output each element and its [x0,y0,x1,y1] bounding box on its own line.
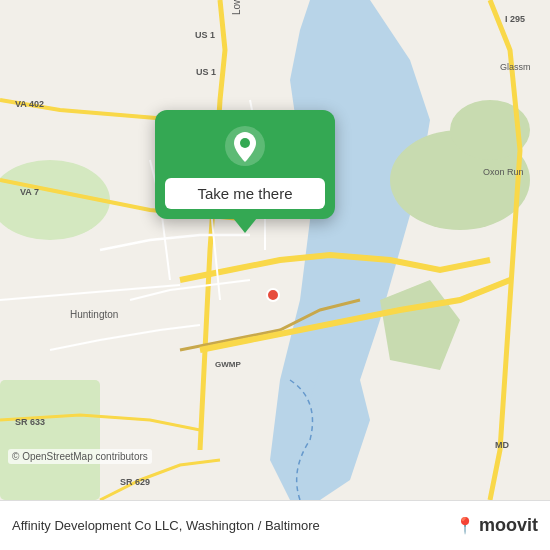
location-pin-icon [223,124,267,168]
svg-text:GWMP: GWMP [215,360,241,369]
svg-text:VA 402: VA 402 [15,99,44,109]
svg-text:US 1: US 1 [195,30,215,40]
svg-text:Glassm: Glassm [500,62,531,72]
svg-point-21 [267,289,279,301]
svg-rect-6 [0,380,100,500]
moovit-logo: 📍 moovit [455,515,538,536]
svg-text:SR 629: SR 629 [120,477,150,487]
moovit-logo-text: moovit [479,515,538,536]
svg-text:VA 7: VA 7 [20,187,39,197]
svg-text:SR 633: SR 633 [15,417,45,427]
svg-text:Lower Potomac River: Lower Potomac River [231,0,242,15]
svg-text:US 1: US 1 [196,67,216,77]
svg-text:Oxon Run: Oxon Run [483,167,524,177]
location-name: Affinity Development Co LLC, Washington … [12,518,455,533]
moovit-pin-icon: 📍 [455,516,475,535]
osm-credit: © OpenStreetMap contributors [8,449,152,464]
popup-card: Take me there [155,110,335,219]
map-background: Lower Potomac River US 1 US 1 VA 402 VA … [0,0,550,500]
svg-text:Huntington: Huntington [70,309,118,320]
svg-text:MD: MD [495,440,509,450]
bottom-bar: Affinity Development Co LLC, Washington … [0,500,550,550]
svg-point-23 [240,138,250,148]
map-container: Lower Potomac River US 1 US 1 VA 402 VA … [0,0,550,500]
take-me-there-button[interactable]: Take me there [165,178,325,209]
svg-text:I 295: I 295 [505,14,525,24]
